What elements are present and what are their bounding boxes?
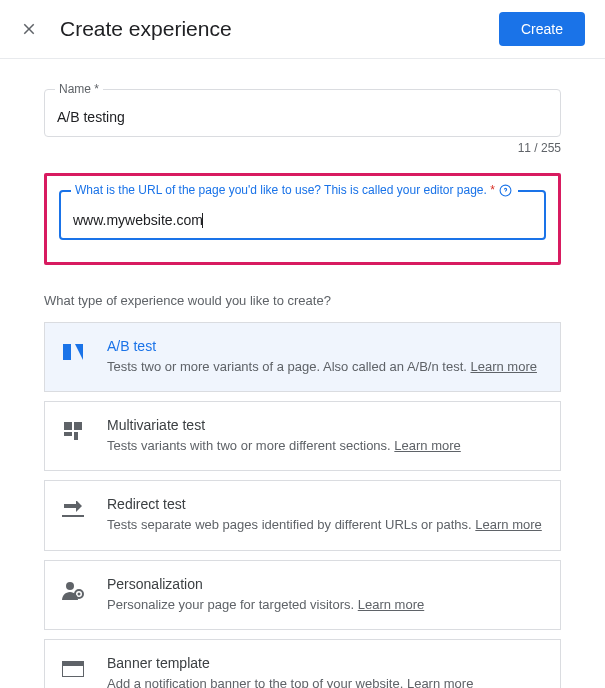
url-highlight-annotation: What is the URL of the page you'd like t… — [44, 173, 561, 265]
url-input[interactable] — [203, 212, 532, 228]
multivariate-icon — [61, 419, 85, 443]
create-button[interactable]: Create — [499, 12, 585, 46]
option-body: Personalization Personalize your page fo… — [107, 576, 544, 614]
option-title: A/B test — [107, 338, 544, 354]
option-body: Banner template Add a notification banne… — [107, 655, 544, 688]
url-label-text-1: What is the URL of the page you'd like t… — [75, 183, 423, 197]
option-desc: Tests two or more variants of a page. Al… — [107, 358, 544, 376]
svg-rect-2 — [74, 422, 82, 430]
option-desc: Tests separate web pages identified by d… — [107, 516, 544, 534]
personalization-icon — [61, 578, 85, 602]
option-body: A/B test Tests two or more variants of a… — [107, 338, 544, 376]
option-title: Personalization — [107, 576, 544, 592]
svg-rect-5 — [62, 515, 84, 517]
option-title: Multivariate test — [107, 417, 544, 433]
option-title: Redirect test — [107, 496, 544, 512]
name-char-count: 11 / 255 — [44, 141, 561, 155]
learn-more-link[interactable]: Learn more — [475, 517, 541, 532]
url-label-bold: editor page — [423, 183, 483, 197]
ab-test-icon — [61, 340, 85, 364]
form-content: Name * 11 / 255 What is the URL of the p… — [0, 59, 605, 688]
close-icon[interactable] — [20, 20, 38, 38]
required-asterisk: * — [490, 183, 495, 197]
learn-more-link[interactable]: Learn more — [358, 597, 424, 612]
option-title: Banner template — [107, 655, 544, 671]
name-field-group: Name * 11 / 255 — [44, 89, 561, 155]
learn-more-link[interactable]: Learn more — [407, 676, 473, 688]
header: Create experience Create — [0, 0, 605, 59]
svg-rect-1 — [64, 422, 72, 430]
svg-rect-10 — [62, 661, 84, 666]
url-input-value: www.mywebsite.com — [73, 212, 203, 228]
name-input[interactable] — [57, 109, 548, 125]
option-desc: Personalize your page for targeted visit… — [107, 596, 544, 614]
name-label: Name * — [55, 82, 103, 96]
help-icon[interactable] — [499, 184, 512, 197]
learn-more-link[interactable]: Learn more — [470, 359, 536, 374]
option-desc: Tests variants with two or more differen… — [107, 437, 544, 455]
header-left: Create experience — [20, 17, 232, 41]
option-ab-test[interactable]: A/B test Tests two or more variants of a… — [44, 322, 561, 392]
banner-icon — [61, 657, 85, 681]
learn-more-link[interactable]: Learn more — [394, 438, 460, 453]
option-body: Redirect test Tests separate web pages i… — [107, 496, 544, 534]
url-label: What is the URL of the page you'd like t… — [71, 183, 518, 197]
redirect-icon — [61, 498, 85, 522]
name-field-box[interactable]: Name * — [44, 89, 561, 137]
option-redirect[interactable]: Redirect test Tests separate web pages i… — [44, 480, 561, 550]
svg-point-6 — [66, 582, 74, 590]
option-body: Multivariate test Tests variants with tw… — [107, 417, 544, 455]
svg-rect-0 — [63, 344, 71, 360]
page-title: Create experience — [60, 17, 232, 41]
option-banner[interactable]: Banner template Add a notification banne… — [44, 639, 561, 688]
url-field-box[interactable]: What is the URL of the page you'd like t… — [59, 190, 546, 240]
svg-rect-4 — [74, 432, 78, 440]
svg-point-8 — [78, 592, 81, 595]
option-desc: Add a notification banner to the top of … — [107, 675, 544, 688]
option-multivariate[interactable]: Multivariate test Tests variants with tw… — [44, 401, 561, 471]
section-question: What type of experience would you like t… — [44, 293, 561, 308]
url-input-wrap[interactable]: www.mywebsite.com — [73, 212, 532, 228]
option-personalization[interactable]: Personalization Personalize your page fo… — [44, 560, 561, 630]
svg-rect-3 — [64, 432, 72, 436]
